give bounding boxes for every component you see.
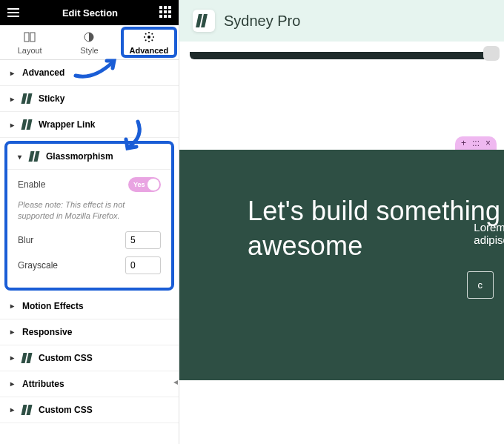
cta-button[interactable]: c <box>467 271 494 299</box>
enable-toggle[interactable]: Yes <box>128 177 161 192</box>
brand-logo[interactable] <box>193 10 215 32</box>
site-header: Sydney Pro <box>179 0 504 42</box>
acc-label: Attributes <box>22 379 64 389</box>
brand-mini-icon <box>21 405 34 415</box>
blur-label: Blur <box>18 235 33 245</box>
brand-icon <box>196 14 212 27</box>
panel-title: Edit Section <box>62 7 118 19</box>
panel-resize-handle[interactable]: ◂ <box>173 377 178 387</box>
toggle-knob <box>147 179 159 190</box>
acc-custom-css-2[interactable]: ▸ Custom CSS <box>0 397 179 423</box>
support-note: Please note: This effect is not supporte… <box>18 199 161 222</box>
menu-icon[interactable] <box>6 5 21 20</box>
hero-text-line2: adipisc <box>474 233 504 246</box>
acc-motion-effects[interactable]: ▸ Motion Effects <box>0 294 179 319</box>
acc-responsive[interactable]: ▸ Responsive <box>0 319 179 345</box>
brand-mini-icon <box>21 119 34 130</box>
grayscale-input[interactable] <box>125 256 161 274</box>
hero-heading: Let's build something awesome <box>248 194 504 264</box>
chevron-right-icon: ▸ <box>10 302 16 310</box>
grayscale-label: Grayscale <box>18 260 58 271</box>
brand-mini-icon <box>29 151 42 162</box>
acc-label: Advanced <box>22 67 64 78</box>
chevron-right-icon: ▸ <box>10 69 16 77</box>
scroll-chip[interactable] <box>483 46 500 61</box>
acc-label: Motion Effects <box>22 301 84 311</box>
tab-layout[interactable]: Layout <box>0 25 59 59</box>
chevron-right-icon: ▸ <box>10 405 16 414</box>
svg-rect-0 <box>24 33 29 42</box>
drag-handle-icon[interactable]: ::: <box>472 138 480 148</box>
hero-image-strip <box>190 52 494 59</box>
acc-attributes[interactable]: ▸ Attributes <box>0 371 179 397</box>
acc-custom-css[interactable]: ▸ Custom CSS <box>0 345 179 371</box>
chevron-right-icon: ▸ <box>10 354 16 362</box>
annotation-arrow-2 <box>119 117 148 154</box>
brand-mini-icon <box>21 93 34 104</box>
blur-input[interactable] <box>125 231 161 249</box>
close-section-button[interactable]: × <box>485 138 491 148</box>
accordion-list: ▸ Advanced ▸ Sticky ▸ Wrapper Link ▾ Gla… <box>0 60 179 444</box>
tab-advanced[interactable]: Advanced <box>119 25 179 59</box>
acc-label: Responsive <box>22 327 72 337</box>
tab-label: Advanced <box>130 46 169 55</box>
apps-icon[interactable] <box>159 6 173 19</box>
brand-mini-icon <box>21 353 34 363</box>
acc-label: Glassmorphism <box>46 151 113 162</box>
svg-rect-1 <box>30 33 35 42</box>
panel-header: Edit Section <box>0 0 179 25</box>
svg-point-3 <box>147 36 150 39</box>
gear-icon <box>143 31 155 43</box>
contrast-icon <box>83 31 95 43</box>
chevron-right-icon: ▸ <box>10 121 16 129</box>
glass-controls: Enable Yes Please note: This effect is n… <box>7 170 171 285</box>
acc-label: Sticky <box>39 93 64 104</box>
highlight-glassmorphism: ▾ Glassmorphism Enable Yes Please note: … <box>4 141 174 291</box>
hero-section[interactable]: Let's build something awesome Lorem adip… <box>179 150 504 380</box>
hero-text-line1: Lorem <box>474 221 504 233</box>
tab-label: Layout <box>18 46 42 55</box>
preview-canvas: Sydney Pro + ::: × Let's build something… <box>179 0 504 444</box>
acc-wrapper-link[interactable]: ▸ Wrapper Link <box>0 112 179 138</box>
acc-label: Custom CSS <box>39 405 93 415</box>
chevron-right-icon: ▸ <box>10 95 16 103</box>
acc-label: Wrapper Link <box>39 119 95 130</box>
toggle-state: Yes <box>133 181 145 188</box>
chevron-right-icon: ▸ <box>10 380 16 388</box>
acc-label: Custom CSS <box>39 353 93 363</box>
hero-text: Lorem adipisc <box>474 221 504 246</box>
chevron-right-icon: ▸ <box>10 328 16 336</box>
annotation-arrow-1 <box>71 53 123 83</box>
chevron-down-icon: ▾ <box>18 153 24 161</box>
layout-icon <box>24 31 36 43</box>
add-section-button[interactable]: + <box>461 138 466 148</box>
acc-sticky[interactable]: ▸ Sticky <box>0 86 179 112</box>
enable-label: Enable <box>18 179 45 190</box>
brand-name: Sydney Pro <box>224 13 300 30</box>
section-toolbar: + ::: × <box>455 136 497 150</box>
